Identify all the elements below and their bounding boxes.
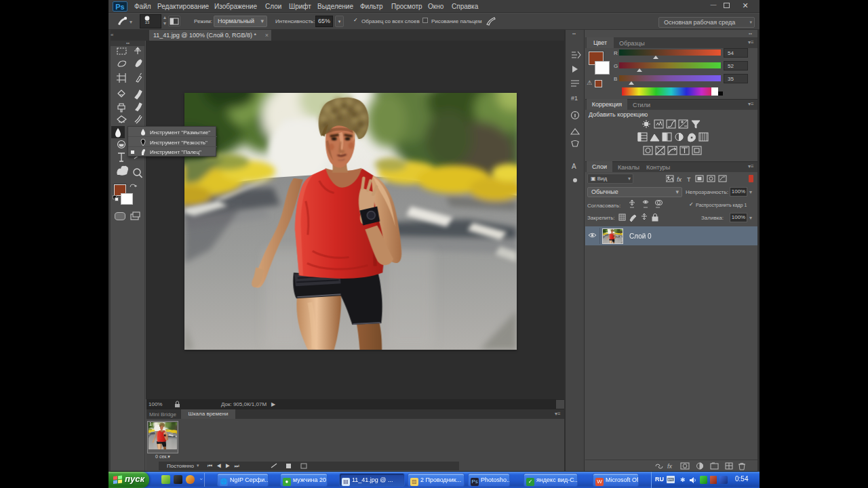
svg-text:fx: fx — [667, 463, 673, 470]
svg-text:T: T — [687, 176, 691, 183]
svg-text:A: A — [572, 163, 576, 170]
svg-text:fx: fx — [677, 176, 682, 183]
svg-text:#1: #1 — [571, 95, 578, 102]
svg-text:13: 13 — [145, 20, 150, 24]
